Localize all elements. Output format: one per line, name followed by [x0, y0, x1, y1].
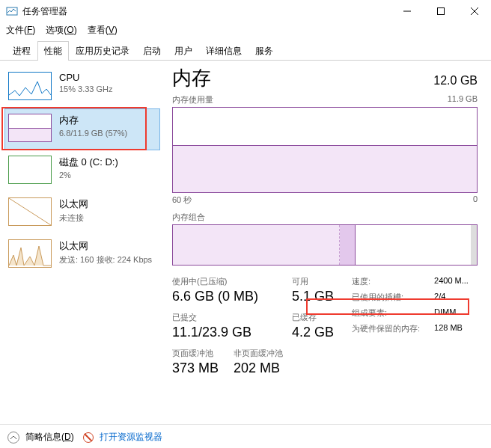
fewer-details-link[interactable]: 简略信息(D) [25, 431, 74, 444]
stat-in-use: 6.6 GB (0 MB) [172, 289, 277, 304]
composition-label: 内存组合 [172, 212, 478, 223]
sidebar-item-ethernet-2[interactable]: 以太网 发送: 160 接收: 224 Kbps [4, 234, 160, 276]
spec-label: 为硬件保留的内存: [352, 323, 434, 334]
tab-processes[interactable]: 进程 [6, 41, 37, 61]
tabs: 进程 性能 应用历史记录 启动 用户 详细信息 服务 [0, 41, 491, 61]
spec-label: 已使用的插槽: [352, 292, 434, 303]
memory-composition-chart[interactable] [172, 224, 478, 266]
spec-reserved: 128 MB [434, 323, 463, 334]
svg-line-5 [9, 198, 51, 225]
maximize-button[interactable] [424, 0, 457, 22]
tab-services[interactable]: 服务 [248, 41, 280, 61]
page-title: 内存 [172, 65, 211, 91]
chart-time-right: 0 [473, 194, 478, 206]
chart-time-left: 60 秒 [172, 194, 192, 206]
stat-committed: 11.1/23.9 GB [172, 325, 277, 340]
content-panel: 内存 12.0 GB 内存使用量 11.9 GB 60 秒 0 内存组合 使用中… [165, 61, 491, 424]
menu-file[interactable]: 文件(F) [6, 24, 35, 37]
ethernet-thumb-icon [8, 197, 52, 226]
window-title: 任务管理器 [22, 5, 390, 18]
stat-label: 可用 [292, 276, 334, 287]
footer: 简略信息(D) 打开资源监视器 [0, 424, 491, 448]
memory-thumb-icon [8, 114, 52, 142]
spec-form: DIMM [434, 307, 456, 319]
tab-app-history[interactable]: 应用历史记录 [69, 41, 136, 61]
disk-thumb-icon [8, 156, 52, 184]
sidebar-item-cpu[interactable]: CPU 15% 3.33 GHz [4, 67, 160, 108]
menubar: 文件(F) 选项(O) 查看(V) [0, 22, 491, 41]
tab-details[interactable]: 详细信息 [199, 41, 248, 61]
svg-rect-2 [437, 8, 444, 15]
app-icon [6, 5, 18, 17]
open-resmon-link[interactable]: 打开资源监视器 [100, 431, 162, 444]
memory-total: 12.0 GB [433, 74, 478, 88]
sidebar-item-sub: 6.8/11.9 GB (57%) [59, 129, 156, 138]
close-button[interactable] [457, 0, 491, 22]
minimize-button[interactable] [390, 0, 424, 22]
stat-label: 非页面缓冲池 [234, 348, 283, 359]
sidebar-item-label: 以太网 [59, 197, 156, 211]
titlebar: 任务管理器 [0, 0, 491, 22]
sidebar-item-sub: 发送: 160 接收: 224 Kbps [59, 254, 156, 266]
resmon-icon [83, 432, 94, 443]
sidebar-item-label: 内存 [59, 114, 156, 127]
sidebar-item-label: 磁盘 0 (C: D:) [59, 156, 156, 169]
sidebar: CPU 15% 3.33 GHz 内存 6.8/11.9 GB (57%) 磁盘… [0, 61, 165, 424]
sidebar-item-ethernet-1[interactable]: 以太网 未连接 [4, 192, 160, 234]
stat-paged: 373 MB [172, 360, 219, 376]
spec-slots: 2/4 [434, 292, 445, 303]
specs-column: 速度:2400 M... 已使用的插槽:2/4 组成要素:DIMM 为硬件保留的… [352, 276, 478, 384]
stats-column: 使用中(已压缩) 6.6 GB (0 MB) 可用 5.1 GB 已提交 11.… [172, 276, 334, 384]
sidebar-item-disk[interactable]: 磁盘 0 (C: D:) 2% [4, 150, 160, 192]
tab-startup[interactable]: 启动 [136, 41, 168, 61]
stat-nonpaged: 202 MB [234, 360, 283, 376]
usage-chart-max: 11.9 GB [448, 94, 478, 105]
sidebar-item-sub: 15% 3.33 GHz [59, 85, 156, 93]
tab-performance[interactable]: 性能 [37, 41, 69, 61]
stat-cached: 4.2 GB [292, 325, 334, 340]
sidebar-item-label: 以太网 [59, 239, 156, 253]
tab-users[interactable]: 用户 [168, 41, 199, 61]
sidebar-item-sub: 未连接 [59, 212, 156, 224]
sidebar-item-label: CPU [59, 72, 156, 83]
spec-speed: 2400 M... [434, 276, 469, 287]
memory-usage-chart[interactable] [172, 107, 478, 193]
stat-label: 已缓存 [292, 312, 334, 323]
menu-options[interactable]: 选项(O) [46, 24, 76, 37]
collapse-icon[interactable] [7, 432, 19, 444]
stat-label: 使用中(已压缩) [172, 276, 277, 287]
stat-available: 5.1 GB [292, 289, 334, 304]
stat-label: 已提交 [172, 312, 277, 323]
stat-label: 页面缓冲池 [172, 348, 219, 359]
menu-view[interactable]: 查看(V) [88, 24, 118, 37]
spec-label: 速度: [352, 276, 434, 287]
sidebar-item-sub: 2% [59, 171, 156, 179]
ethernet-thumb-icon [8, 239, 52, 268]
cpu-thumb-icon [8, 72, 52, 100]
spec-label: 组成要素: [352, 307, 434, 319]
sidebar-item-memory[interactable]: 内存 6.8/11.9 GB (57%) [4, 108, 160, 150]
usage-chart-label: 内存使用量 [172, 94, 213, 105]
